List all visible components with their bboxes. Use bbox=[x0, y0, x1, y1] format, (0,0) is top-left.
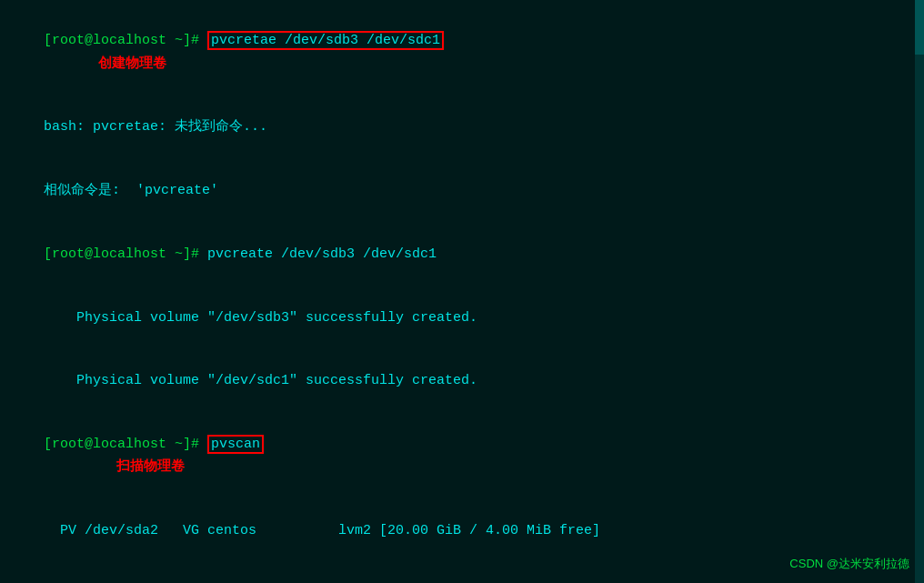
command-pvscan: pvscan bbox=[207, 435, 264, 454]
scrollbar[interactable] bbox=[915, 0, 924, 583]
terminal-line-5: Physical volume "/dev/sdb3" successfully… bbox=[11, 286, 913, 349]
terminal-line-1: [root@localhost ~]# pvcretae /dev/sdb3 /… bbox=[11, 9, 913, 95]
pv-sdb3-created: Physical volume "/dev/sdb3" successfully… bbox=[44, 310, 477, 326]
terminal-line-2: bash: pvcretae: 未找到命令... bbox=[11, 95, 913, 159]
watermark: CSDN @达米安利拉德 bbox=[789, 556, 909, 572]
command-pvcretae: pvcretae /dev/sdb3 /dev/sdc1 bbox=[207, 31, 444, 50]
pv-sdc1-created: Physical volume "/dev/sdc1" successfully… bbox=[44, 373, 477, 388]
terminal-line-4: [root@localhost ~]# pvcreate /dev/sdb3 /… bbox=[11, 223, 913, 286]
annotation-create-pv: 创建物理卷 bbox=[98, 55, 166, 70]
terminal-line-6: Physical volume "/dev/sdc1" successfully… bbox=[11, 349, 913, 413]
pv-sda2-info: PV /dev/sda2 VG centos lvm2 [20.00 GiB /… bbox=[44, 523, 600, 538]
prompt-1: [root@localhost ~]# bbox=[44, 33, 207, 48]
prompt-7: [root@localhost ~]# bbox=[44, 437, 207, 452]
terminal-line-8: PV /dev/sda2 VG centos lvm2 [20.00 GiB /… bbox=[11, 499, 913, 563]
terminal-line-7: [root@localhost ~]# pvscan 扫描物理卷 bbox=[11, 413, 913, 499]
annotation-scan-pv: 扫描物理卷 bbox=[116, 457, 185, 473]
prompt-4: [root@localhost ~]# bbox=[44, 246, 207, 262]
command-pvcreate: pvcreate /dev/sdb3 /dev/sdc1 bbox=[207, 246, 437, 262]
terminal-window: [root@localhost ~]# pvcretae /dev/sdb3 /… bbox=[0, 0, 924, 583]
scrollbar-thumb[interactable] bbox=[915, 0, 924, 55]
terminal-line-3: 相似命令是: 'pvcreate' bbox=[11, 159, 913, 223]
similar-command-text: 相似命令是: 'pvcreate' bbox=[44, 183, 218, 198]
terminal-line-9: PV /dev/sdb3 lvm2 [5.00 GiB] bbox=[11, 563, 913, 584]
error-text: bash: pvcretae: 未找到命令... bbox=[44, 119, 267, 135]
